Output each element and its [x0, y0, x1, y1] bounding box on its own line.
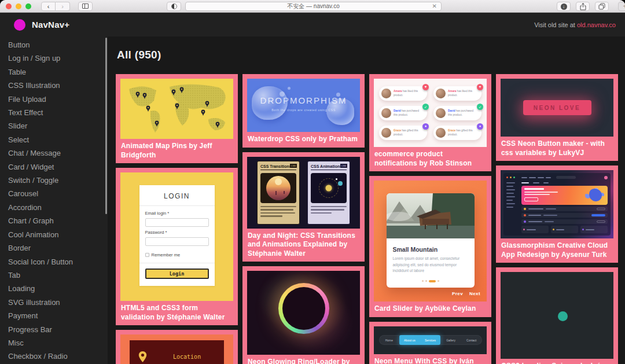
- card-location[interactable]: Location: [116, 330, 238, 364]
- sidebar-item-svg-illustration[interactable]: SVG illustration: [0, 296, 108, 309]
- sidebar-item-slider[interactable]: Slider: [0, 119, 108, 133]
- sidebar-item-table[interactable]: Table: [0, 65, 108, 79]
- sidebar-item-chart-graph[interactable]: Chart / Graph: [0, 214, 108, 227]
- sidebar-item-button[interactable]: Button: [0, 38, 108, 52]
- card-neon-menu[interactable]: Home About us Services Gallery Contact N…: [369, 322, 491, 364]
- card-waterdrop[interactable]: DROPMORPHISM Both the drops are created …: [242, 74, 365, 148]
- search-field: [556, 176, 576, 179]
- css-animations-poster: CSS Animations CSS: [307, 161, 350, 225]
- tab: [533, 182, 539, 183]
- sidebar-item-login-signup[interactable]: Log in / Sign up: [0, 52, 108, 65]
- zoom-window-button[interactable]: [25, 3, 31, 9]
- notification-pill: Grace has gifted this product. ♦: [379, 126, 427, 140]
- address-bar[interactable]: 不安全 — navnav.co ✕: [185, 2, 442, 11]
- sidebar-item-text-effect[interactable]: Text Effect: [0, 106, 108, 119]
- navnav-logo[interactable]: [14, 19, 25, 31]
- new-tab-button[interactable]: +: [618, 2, 625, 11]
- sidebar-item-checkbox-radio[interactable]: Checkbox / Radio: [0, 350, 108, 363]
- menu-item-about: About us: [399, 335, 420, 345]
- bottom-cards: [521, 226, 608, 233]
- map-pins-preview: [120, 79, 233, 139]
- category-list: Button Log in / Sign up Table CSS Illust…: [0, 38, 108, 363]
- spinner-preview: [501, 272, 613, 359]
- grid-column-2: DROPMORPHISM Both the drops are created …: [242, 74, 365, 364]
- slide-title: Small Mountain: [393, 246, 468, 253]
- banner-button: [524, 197, 538, 201]
- card-loading-spinner[interactable]: CSS3 Loading Spinner by Iván: [496, 267, 618, 364]
- sidebar-item-loading[interactable]: Loading: [0, 282, 108, 295]
- text-line: [260, 212, 295, 214]
- app-body: [506, 181, 608, 233]
- sidebar-scrollbar[interactable]: [105, 38, 107, 214]
- back-button[interactable]: ‹: [41, 2, 56, 11]
- card-glassmorphism[interactable]: Glassmorphism Creative Cloud App Redesig…: [496, 166, 618, 263]
- downloads-button[interactable]: ↓: [557, 2, 571, 11]
- star: [336, 178, 337, 180]
- card-login-form[interactable]: LOGIN Email login * Password * Remember …: [116, 168, 238, 325]
- menu-item-services: Services: [420, 335, 441, 345]
- category-sidebar: Button Log in / Sign up Table CSS Illust…: [0, 36, 108, 364]
- mini-card: [580, 226, 608, 233]
- forward-button[interactable]: ›: [56, 2, 70, 11]
- list-row: [521, 219, 608, 224]
- sidebar-item-chat-message[interactable]: Chat / Message: [0, 146, 108, 160]
- card-slider[interactable]: Small Mountain Lorem ipsum dolor sit ame…: [369, 176, 491, 317]
- card-day-night[interactable]: CSS Transitions CSS: [242, 152, 365, 262]
- list-row: [521, 213, 608, 218]
- banner-title: [524, 188, 544, 190]
- sidebar-item-css-illustration[interactable]: CSS Illustration: [0, 79, 108, 92]
- sidebar-item-accordion[interactable]: Accordion: [0, 201, 108, 214]
- css-badge: CSS: [290, 164, 297, 168]
- gift-badge-icon: ♦: [477, 123, 483, 130]
- notifications-preview: Amara has liked this product. ♥ Amara ha…: [374, 79, 487, 147]
- remember-me-row: Remember me: [145, 252, 209, 258]
- close-icon[interactable]: ✕: [432, 3, 437, 9]
- sidebar-toggle-button[interactable]: [78, 2, 93, 11]
- sidebar-item-cool-animation[interactable]: Cool Animation: [0, 228, 108, 241]
- browser-window: ‹ › 不安全 — navnav.co ✕ ↓ + NavNav+ Visit …: [0, 0, 625, 364]
- remember-me-label: Remember me: [152, 252, 181, 258]
- close-window-button[interactable]: [6, 3, 12, 9]
- card-map-pins[interactable]: Animated Map Pins by Jeff Bridgforth: [116, 74, 238, 163]
- sidebar-item-card-widget[interactable]: Card / Widget: [0, 160, 108, 174]
- login-form-preview: LOGIN Email login * Password * Remember …: [120, 172, 233, 301]
- sidebar-item-switch-toggle[interactable]: Switch / Toggle: [0, 174, 108, 187]
- sidebar-item-carousel[interactable]: Carousel: [0, 187, 108, 200]
- sidebar-line: [506, 189, 515, 190]
- avatar: [381, 128, 391, 138]
- site-title[interactable]: NavNav+: [32, 20, 69, 30]
- sidebar-item-select[interactable]: Select: [0, 133, 108, 146]
- slider-card: Small Mountain Lorem ipsum dolor sit ame…: [387, 193, 475, 288]
- sidebar-item-misc[interactable]: Misc: [0, 336, 108, 350]
- sidebar-item-progress-bar[interactable]: Progress Bar: [0, 323, 108, 336]
- card-neon-ring[interactable]: Neon Glowing Ring/Loader by Cosmo: [242, 266, 365, 364]
- page-title: All (950): [117, 49, 618, 61]
- row-status: [546, 208, 556, 209]
- sidebar-item-payment[interactable]: Payment: [0, 309, 108, 322]
- sidebar-item-border[interactable]: Border: [0, 241, 108, 255]
- list-row: [521, 207, 608, 211]
- prev-button: Prev: [452, 291, 463, 296]
- password-field: [145, 237, 209, 246]
- check-badge-icon: ✓: [422, 104, 429, 110]
- banner-line: [524, 192, 558, 193]
- card-neon-button[interactable]: NEON LOVE CSS Neon Button maker - with c…: [496, 74, 618, 161]
- card-ecommerce-notifications[interactable]: Amara has liked this product. ♥ Amara ha…: [369, 74, 491, 171]
- share-button[interactable]: [576, 2, 590, 11]
- privacy-report-button[interactable]: [167, 2, 181, 11]
- sidebar-item-file-upload[interactable]: File Upload: [0, 93, 108, 106]
- avatar: [381, 108, 391, 118]
- sidebar-item-social-icon-button[interactable]: Social Icon / Button: [0, 255, 108, 269]
- old-site-link[interactable]: old.navnav.co: [577, 21, 616, 28]
- tab-overview-button[interactable]: [595, 2, 609, 11]
- card-grid: Animated Map Pins by Jeff Bridgforth LOG…: [116, 74, 618, 364]
- tab-row: [521, 181, 608, 184]
- app-content: [521, 181, 608, 233]
- row-button: [597, 220, 605, 223]
- css-badge: CSS: [340, 164, 347, 168]
- sidebar-item-tab[interactable]: Tab: [0, 269, 108, 282]
- minimize-window-button[interactable]: [16, 3, 21, 9]
- text-line: [311, 209, 344, 211]
- app-icon: [524, 208, 526, 210]
- mini-card: [551, 226, 578, 233]
